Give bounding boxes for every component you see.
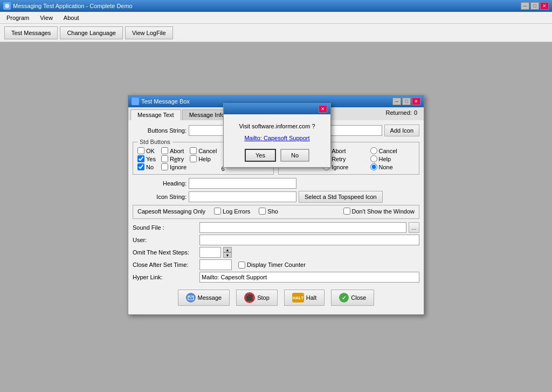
modal-close-button[interactable]: ✕: [319, 105, 327, 113]
user-label: User:: [133, 237, 197, 243]
cb-retry-label: Retry: [170, 156, 184, 162]
cb-ok: OK: [137, 147, 156, 154]
returned-row: Returned: 0: [386, 109, 417, 116]
modal-no-button[interactable]: No: [280, 149, 309, 162]
dialog-icon: [132, 98, 139, 105]
display-timer-label: Display Timer Counter: [247, 262, 306, 268]
cb-yes: Yes: [137, 155, 156, 162]
change-language-button[interactable]: Change Language: [60, 26, 123, 39]
menu-program[interactable]: Program: [2, 13, 33, 22]
main-area: Test Message Box ─ □ ✕ Message Text Mess…: [0, 42, 552, 392]
heading-input[interactable]: [189, 178, 296, 189]
cb-help-input[interactable]: [190, 155, 197, 162]
modal-content: Visit software.informer.com ? Mailto: Ca…: [224, 114, 330, 167]
message-button-label: Message: [198, 294, 222, 301]
modal-message: Visit software.informer.com ?: [230, 123, 324, 129]
modal-yes-button[interactable]: Yes: [245, 149, 276, 162]
add-icon-button[interactable]: Add Icon: [384, 125, 419, 136]
cb-ignore-input[interactable]: [161, 163, 168, 170]
radio-help-input[interactable]: [370, 155, 377, 162]
close-after-label: Close After Set Time:: [133, 262, 197, 268]
halt-icon: HALT: [292, 293, 304, 302]
close-after-input[interactable]: [199, 259, 232, 270]
radio-cancel-label: Cancel: [379, 148, 397, 154]
omit-input[interactable]: [199, 247, 221, 258]
cb-ok-label: OK: [146, 148, 155, 154]
cb-cancel: Cancel: [190, 147, 217, 154]
radio-none-input[interactable]: [370, 163, 377, 170]
test-messages-button[interactable]: Test Messages: [4, 26, 58, 39]
capesoft-section-label: Capesoft Messaging Only: [137, 208, 205, 215]
app-title: Messaging Test Application - Complete De…: [13, 3, 133, 9]
cb-yes-label: Yes: [146, 156, 156, 162]
radio-abort-label: Abort: [332, 148, 346, 154]
close-after-row: Close After Set Time: Display Timer Coun…: [133, 259, 419, 270]
cb-ok-input[interactable]: [137, 147, 144, 154]
stop-button[interactable]: ⬛ Stop: [236, 290, 278, 306]
select-std-topspeed-icon-button[interactable]: Select a Std Topspeed Icon: [299, 191, 383, 203]
message-button[interactable]: Message: [178, 290, 230, 306]
cb-abort-input[interactable]: [161, 147, 168, 154]
radio-help-label: Help: [379, 156, 391, 162]
modal-link[interactable]: Mailto: Capesoft Support: [230, 135, 324, 141]
dont-show-window-input[interactable]: [343, 208, 350, 215]
show-cb-input[interactable]: [259, 208, 266, 215]
minimize-button[interactable]: ─: [521, 2, 529, 10]
omit-spin-up[interactable]: ▲: [223, 247, 232, 252]
stop-button-label: Stop: [257, 294, 270, 301]
cb-cancel-input[interactable]: [190, 147, 197, 154]
cb-abort: Abort: [161, 147, 187, 154]
svg-point-0: [5, 4, 9, 8]
dialog-maximize-button[interactable]: □: [402, 98, 411, 105]
app-title-bar: Messaging Test Application - Complete De…: [0, 0, 552, 12]
app-icon: [3, 2, 11, 10]
radio-retry-label: Retry: [332, 156, 346, 162]
cb-yes-input[interactable]: [137, 155, 144, 162]
close-button-label: Close: [351, 294, 366, 301]
buttons-string-label: Buttons String:: [133, 127, 187, 134]
log-errors-input[interactable]: [214, 208, 221, 215]
radio-cancel-input[interactable]: [370, 147, 377, 154]
maximize-button[interactable]: □: [530, 2, 539, 10]
tab-message-text[interactable]: Message Text: [130, 109, 181, 120]
cb-cancel-label: Cancel: [198, 148, 217, 154]
window-controls[interactable]: ─ □ ✕: [521, 2, 549, 10]
menu-view[interactable]: View: [36, 13, 57, 22]
view-logfile-button[interactable]: View LogFile: [125, 26, 173, 39]
dialog-minimize-button[interactable]: ─: [392, 98, 401, 105]
display-timer-cb: Display Timer Counter: [238, 262, 306, 269]
cb-ignore: Ignore: [161, 163, 187, 170]
hyper-link-label: Hyper Link:: [133, 274, 197, 280]
omit-spin-down[interactable]: ▼: [223, 252, 232, 258]
sound-file-input[interactable]: [199, 222, 406, 233]
hyper-link-input[interactable]: [199, 272, 419, 283]
halt-button[interactable]: HALT Halt: [284, 290, 325, 306]
log-errors: Log Errors: [214, 208, 250, 215]
toolbar: Test Messages Change Language View LogFi…: [0, 24, 552, 42]
cb-no: No: [137, 163, 156, 170]
cb-abort-label: Abort: [170, 148, 184, 154]
dont-show-window: Don't Show the Window: [343, 208, 415, 215]
cb-ignore-label: Ignore: [170, 164, 187, 170]
stop-icon: ⬛: [244, 292, 255, 303]
dialog-title: Test Message Box: [141, 98, 190, 105]
sound-file-browse-button[interactable]: …: [409, 222, 419, 233]
close-button[interactable]: ✕: [540, 2, 549, 10]
message-icon: [186, 293, 196, 302]
close-action-icon: ✓: [339, 293, 349, 302]
cb-help: Help: [190, 155, 211, 162]
icon-string-input[interactable]: [189, 191, 296, 202]
menu-about[interactable]: About: [59, 13, 84, 22]
log-errors-label: Log Errors: [223, 208, 250, 215]
dialog-controls[interactable]: ─ □ ✕: [392, 98, 420, 105]
cb-no-input[interactable]: [137, 163, 144, 170]
dialog-close-button[interactable]: ✕: [412, 98, 420, 105]
display-timer-input[interactable]: [238, 262, 245, 269]
cb-retry-input[interactable]: [161, 155, 168, 162]
sound-file-row: Sound File : …: [133, 222, 419, 233]
capesoft-section: Capesoft Messaging Only Log Errors Sho D…: [133, 205, 419, 219]
close-button-action[interactable]: ✓ Close: [331, 290, 374, 306]
returned-value: 0: [414, 109, 417, 116]
user-input[interactable]: [199, 235, 419, 245]
cb-no-label: No: [146, 164, 154, 170]
